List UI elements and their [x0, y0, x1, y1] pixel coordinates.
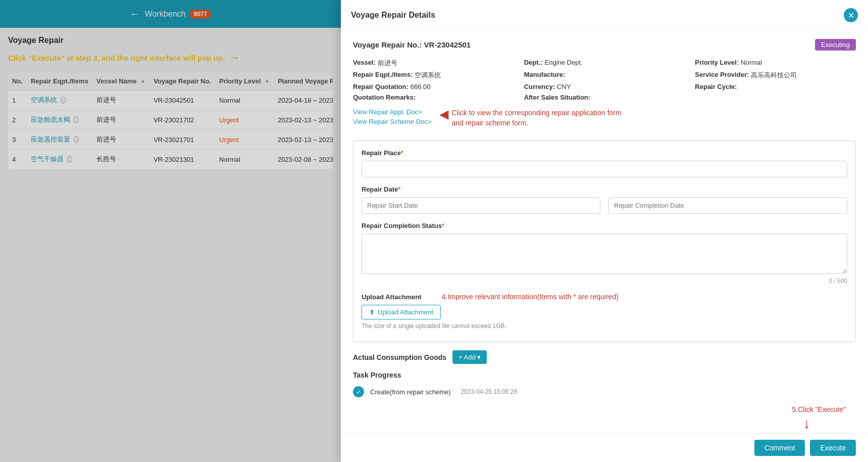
cell-vessel: 前进号 [92, 110, 149, 130]
close-button[interactable]: ✕ [844, 8, 858, 22]
cell-eqpt: 空气干燥器 i [27, 150, 92, 169]
repair-date-field: Repair Date* [362, 186, 847, 214]
textarea-counter: 0 / 500 [362, 278, 847, 285]
cell-repair-no: VR-23021702 [149, 110, 215, 130]
col-eqpt: Repair Eqpt./Items [27, 72, 92, 90]
upload-button[interactable]: ⬆ Upload Attachment [362, 305, 441, 319]
task-check-icon: ✓ [353, 386, 364, 397]
repair-no-value: VR-23042501 [424, 40, 471, 49]
cell-vessel: 前进号 [92, 130, 149, 150]
comment-button[interactable]: Comment [754, 440, 805, 456]
annotation-5-area: 5.Click "Execute" ↓ [353, 405, 856, 432]
annotation-5-text: 5.Click "Execute" [353, 405, 856, 413]
consumption-section: Actual Consumption Goods + Add ▾ [353, 350, 856, 364]
completion-status-field: Repair Completion Status* 0 / 500 [362, 222, 847, 285]
cell-repair-no: VR-23021301 [149, 150, 215, 169]
repair-end-date-input[interactable] [608, 197, 847, 214]
upload-btn-label: Upload Attachment [378, 308, 433, 316]
cell-priority: Normal [215, 150, 274, 169]
annotation-5-arrow: ↓ [353, 415, 856, 432]
repair-header: Voyage Repair No.: VR-23042501 Executing [353, 39, 856, 51]
back-button[interactable]: ← [130, 8, 140, 20]
form-section: Repair Place* Repair Date* Repair Comple… [353, 141, 856, 342]
modal-body: Voyage Repair No.: VR-23042501 Executing… [341, 31, 868, 433]
close-icon: ✕ [848, 11, 854, 20]
table-row[interactable]: 2 应急舱底水阀 i 前进号 VR-23021702 Urgent 2023-0… [8, 110, 333, 130]
col-vessel[interactable]: Vessel Name ▼ [92, 72, 149, 90]
instruction-banner: Click "Execute" at step 3, and the right… [8, 51, 333, 64]
cell-no: 1 [8, 90, 27, 110]
modal-footer: Comment Execute [341, 433, 868, 462]
repair-date-label: Repair Date* [362, 186, 847, 193]
quotation-info: Repair Quotation: 666.00 [353, 83, 514, 90]
task-item: ✓ Create(from repair scheme) 2023-04-25 … [353, 386, 856, 397]
col-priority[interactable]: Priority Level ▼ [215, 72, 274, 90]
repair-table-container: No. Repair Eqpt./Items Vessel Name ▼ Voy… [8, 72, 333, 169]
execute-button[interactable]: Execute [810, 440, 856, 456]
col-repair-no: Voyage Repair No. [149, 72, 215, 90]
remarks-info: Quotation Remarks: [353, 94, 514, 101]
modal-overlay: Voyage Repair Details ✕ Voyage Repair No… [341, 0, 868, 462]
table-row[interactable]: 1 空调系统 i 前进号 VR-23042501 Normal 2023-04-… [8, 90, 333, 110]
cell-planned: 2023-02-08 ~ 2023... [274, 150, 333, 169]
annotation-4-text: 4.Improve relevant information(Items wit… [442, 293, 847, 301]
task-progress-title: Task Progress [353, 371, 856, 379]
task-name: Create(from repair scheme) [370, 388, 451, 396]
cell-no: 3 [8, 130, 27, 150]
completion-status-textarea[interactable] [362, 234, 847, 274]
cell-eqpt: 空调系统 i [27, 90, 92, 110]
repair-scheme-link[interactable]: View Repair Scheme Doc> [353, 118, 431, 125]
cell-planned: 2023-04-18 ~ 2023... [274, 90, 333, 110]
cell-repair-no: VR-23021701 [149, 130, 215, 150]
task-section: Task Progress ✓ Create(from repair schem… [353, 371, 856, 397]
upload-hint: The size of a single uploaded file canno… [362, 322, 847, 330]
repair-start-date-input[interactable] [362, 197, 600, 214]
repair-place-input[interactable] [362, 161, 847, 177]
cell-no: 2 [8, 110, 27, 130]
repair-place-label: Repair Place* [362, 149, 847, 157]
modal-title: Voyage Repair Details [351, 11, 435, 20]
priority-info: Priority Level: Normal [695, 59, 856, 68]
col-planned: Planned Voyage Re... [274, 72, 333, 90]
cell-vessel: 前进号 [92, 90, 149, 110]
vessel-info: Vessel: 前进号 [353, 59, 514, 68]
add-consumption-button[interactable]: + Add ▾ [452, 350, 487, 364]
doc-links: View Repair Appl. Doc> View Repair Schem… [353, 108, 431, 127]
top-bar: ← Workbench 9077 [0, 0, 341, 28]
repair-no-label: Voyage Repair No.: VR-23042501 [353, 40, 471, 49]
currency-info: Currency: CNY [524, 83, 685, 90]
cell-vessel: 长胜号 [92, 150, 149, 169]
cell-planned: 2023-02-13 ~ 2023... [274, 110, 333, 130]
service-info: Service Provider: 高乐高科技公司 [695, 71, 856, 80]
repair-appl-link[interactable]: View Repair Appl. Doc> [353, 108, 431, 116]
upload-section: Upload Attachment 4.Improve relevant inf… [362, 293, 847, 330]
instruction-text: Click "Execute" at step 3, and the right… [8, 54, 225, 62]
repair-table: No. Repair Eqpt./Items Vessel Name ▼ Voy… [8, 72, 333, 169]
doc-annotation-text: Click to view the corresponding repair a… [451, 108, 621, 128]
cell-priority: Urgent [215, 130, 274, 150]
cell-priority: Normal [215, 90, 274, 110]
consumption-title: Actual Consumption Goods [353, 353, 446, 361]
doc-annotation-arrow: ◀ [439, 107, 448, 121]
task-date: 2023-04-25 15:06:28 [461, 388, 517, 395]
dept-info: Dept.: Engine Dept. [524, 59, 685, 68]
cell-repair-no: VR-23042501 [149, 90, 215, 110]
status-badge: Executing [815, 39, 856, 51]
workbench-badge: 9077 [189, 10, 211, 19]
table-row[interactable]: 4 空气干燥器 i 长胜号 VR-23021301 Normal 2023-02… [8, 150, 333, 169]
page-title: Voyage Repair [8, 36, 333, 45]
cycle-info: Repair Cycle: [695, 83, 856, 90]
cell-no: 4 [8, 150, 27, 169]
repair-no-row: Voyage Repair No.: VR-23042501 [353, 40, 471, 49]
instruction-arrow: → [229, 51, 240, 64]
cell-eqpt: 应急遥控装置 i [27, 130, 92, 150]
after-sales-info: After Sales Situation: [524, 94, 685, 101]
cell-planned: 2023-02-13 ~ 2023... [274, 130, 333, 150]
col-no: No. [8, 72, 27, 90]
modal-header: Voyage Repair Details ✕ [341, 0, 868, 31]
repair-place-field: Repair Place* [362, 149, 847, 177]
table-row[interactable]: 3 应急遥控装置 i 前进号 VR-23021701 Urgent 2023-0… [8, 130, 333, 150]
cell-eqpt: 应急舱底水阀 i [27, 110, 92, 130]
manufacture-info: Manufacture: [524, 71, 685, 80]
workbench-title: Workbench [145, 10, 186, 19]
